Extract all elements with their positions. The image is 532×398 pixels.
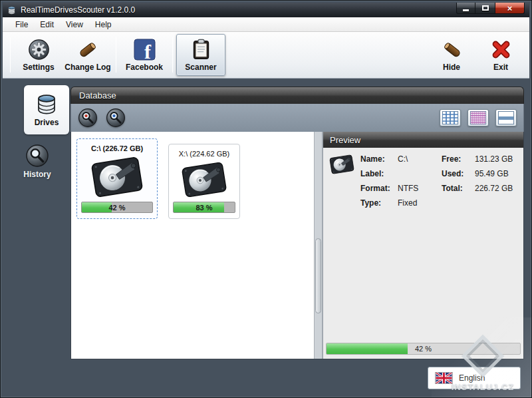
minimize-button[interactable] xyxy=(456,3,475,14)
hard-drive-icon xyxy=(88,156,146,198)
hide-label: Hide xyxy=(443,63,460,72)
format-value: NTFS xyxy=(398,184,438,193)
total-value: 226.72 GB xyxy=(475,184,513,193)
main-toolbar: Settings Change Log f Facebook Scanner H… xyxy=(3,32,529,79)
gear-icon xyxy=(28,39,50,61)
toolbar-separator xyxy=(10,37,11,73)
sidebar-item-drives[interactable]: Drives xyxy=(24,85,69,134)
magnifier-icon xyxy=(25,144,49,168)
language-selector[interactable]: English xyxy=(428,367,521,389)
small-grid-view-button[interactable] xyxy=(467,109,489,126)
drive-name: C:\ (226.72 GB) xyxy=(91,144,143,152)
preview-usage-bar: 42 % xyxy=(326,343,521,355)
hide-icon xyxy=(441,39,463,61)
settings-label: Settings xyxy=(23,63,54,72)
magnifier-red-icon xyxy=(78,108,98,128)
log-icon xyxy=(77,39,99,61)
preview-title: Preview xyxy=(330,135,360,145)
facebook-button[interactable]: f Facebook xyxy=(120,34,169,76)
drive-details: Name: C:\ Free: 131.23 GB Label: Used: 9… xyxy=(360,154,513,208)
drive-usage-bar: 42 % xyxy=(81,202,153,213)
zoom-in-button[interactable] xyxy=(106,108,126,128)
content-area: Database xyxy=(70,79,529,397)
history-label: History xyxy=(23,170,51,179)
free-value: 131.23 GB xyxy=(475,154,513,164)
drive-usage-bar: 83 % xyxy=(173,202,235,213)
panels: C:\ (226.72 GB) 42 % X:\ (224.62 GB) 83 … xyxy=(70,132,524,359)
magnifier-blue-icon xyxy=(106,108,126,128)
name-value: C:\ xyxy=(398,154,438,164)
exit-x-icon xyxy=(490,39,512,61)
app-window: RealTimeDrivesScouter v1.2.0.0 × File Ed… xyxy=(0,0,532,398)
drives-label: Drives xyxy=(35,118,59,127)
total-label: Total: xyxy=(442,184,471,193)
sidebar-item-history[interactable]: History xyxy=(15,144,60,179)
split-view-icon xyxy=(498,111,514,124)
hide-button[interactable]: Hide xyxy=(427,34,476,76)
large-grid-view-button[interactable] xyxy=(440,109,461,126)
uk-flag-icon xyxy=(435,372,453,384)
database-icon xyxy=(35,93,59,116)
window-title: RealTimeDrivesScouter v1.2.0.0 xyxy=(21,5,135,15)
type-label: Type: xyxy=(360,198,394,208)
exit-button[interactable]: Exit xyxy=(476,34,525,76)
window-controls: × xyxy=(456,3,525,14)
scanner-button[interactable]: Scanner xyxy=(176,34,225,76)
menu-view[interactable]: View xyxy=(60,19,89,31)
zoom-out-button[interactable] xyxy=(78,108,98,128)
maximize-icon xyxy=(482,5,489,11)
settings-button[interactable]: Settings xyxy=(14,34,63,76)
database-toolbar xyxy=(70,104,524,132)
free-label: Free: xyxy=(442,154,471,164)
menu-edit[interactable]: Edit xyxy=(34,19,60,31)
changelog-label: Change Log xyxy=(65,63,110,72)
preview-body: Name: C:\ Free: 131.23 GB Label: Used: 9… xyxy=(323,148,523,343)
toolbar-separator xyxy=(172,37,173,73)
hard-drive-icon xyxy=(180,162,229,198)
drive-usage-percent: 42 % xyxy=(82,202,152,212)
preview-header: Preview xyxy=(323,132,523,148)
svg-text:f: f xyxy=(144,41,152,61)
used-value: 95.49 GB xyxy=(475,169,513,178)
drives-list: C:\ (226.72 GB) 42 % X:\ (224.62 GB) 83 … xyxy=(71,132,314,359)
hard-drive-icon xyxy=(329,154,355,174)
language-label: English xyxy=(459,373,485,383)
menu-file[interactable]: File xyxy=(9,19,34,31)
toolbar-separator xyxy=(116,37,116,73)
title-bar[interactable]: RealTimeDrivesScouter v1.2.0.0 xyxy=(3,3,529,17)
split-view-button[interactable] xyxy=(495,109,517,126)
close-button[interactable]: × xyxy=(495,3,525,14)
preview-usage-percent: 42 % xyxy=(327,343,520,354)
drive-tile-x[interactable]: X:\ (224.62 GB) 83 % xyxy=(168,144,240,219)
format-label: Format: xyxy=(360,184,394,193)
clipboard-icon xyxy=(190,39,212,61)
app-icon xyxy=(7,5,17,15)
vertical-scrollbar[interactable] xyxy=(314,132,323,359)
scanner-label: Scanner xyxy=(185,63,216,72)
minimize-icon xyxy=(463,9,469,11)
drive-name: X:\ (224.62 GB) xyxy=(179,150,229,158)
facebook-label: Facebook xyxy=(126,63,163,72)
preview-panel: Preview Name: C:\ Free: 131.23 GB Label:… xyxy=(323,132,523,359)
type-value: Fixed xyxy=(398,198,438,208)
sidebar: Drives History xyxy=(3,79,70,397)
changelog-button[interactable]: Change Log xyxy=(63,34,112,76)
database-title: Database xyxy=(79,91,116,100)
label-label: Label: xyxy=(360,169,394,178)
database-header: Database xyxy=(70,87,524,104)
name-label: Name: xyxy=(360,154,394,164)
main-region: Drives History Database xyxy=(3,79,529,397)
used-label: Used: xyxy=(442,169,471,178)
facebook-icon: f xyxy=(134,39,156,61)
drive-usage-percent: 83 % xyxy=(174,202,235,212)
toolbar-spacer xyxy=(225,34,427,76)
drive-tile-c[interactable]: C:\ (226.72 GB) 42 % xyxy=(76,138,158,219)
exit-label: Exit xyxy=(493,63,508,72)
maximize-button[interactable] xyxy=(475,3,495,14)
scrollbar-thumb[interactable] xyxy=(315,238,321,313)
small-grid-icon xyxy=(470,111,486,124)
view-mode-group xyxy=(440,109,517,126)
close-icon: × xyxy=(507,3,513,13)
menu-help[interactable]: Help xyxy=(89,19,118,31)
large-grid-icon xyxy=(442,111,458,124)
